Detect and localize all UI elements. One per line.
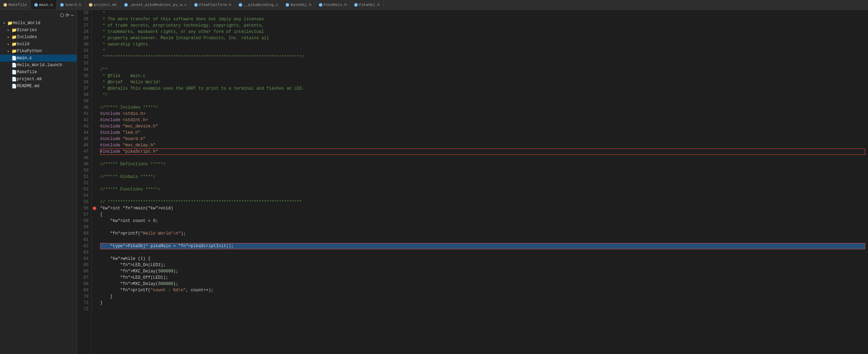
sidebar-item-binaries[interactable]: ▸ 📁 Binaries <box>0 27 77 34</box>
line-number: 35 <box>80 73 89 79</box>
code-line: "kw">while (1) { <box>100 256 865 262</box>
sync-icon[interactable]: ⟳ <box>65 13 70 18</box>
line-number: 41 <box>80 111 89 117</box>
tab-makefile[interactable]: Makefile <box>0 0 31 10</box>
breakpoint-slot <box>92 282 97 289</box>
tab---pikabinding-c[interactable]: __pikaBinding.c <box>235 0 282 10</box>
code-line: * @details This example uses the UART to… <box>100 85 865 92</box>
sidebar-item-hello-world[interactable]: ▾ 📁 Hello_World <box>0 20 77 27</box>
code-line: //***** Functions *****/ <box>100 186 865 193</box>
breakpoint-col <box>92 10 97 354</box>
code-line: #include <stdint.h> <box>100 117 865 123</box>
line-number: 54 <box>80 193 89 199</box>
breakpoint-slot <box>92 98 97 104</box>
code-line: * trademarks, maskwork rights, or any ot… <box>100 29 865 35</box>
sidebar-item-includes[interactable]: ▸ 📁 Includes <box>0 34 77 41</box>
tab-pikaobj-h[interactable]: PikaObj.h <box>351 0 384 10</box>
code-line: * property whatsoever. Maxim Integrated … <box>100 35 865 41</box>
sidebar-item-build[interactable]: ▸ 📁 build <box>0 41 77 48</box>
tab-label: project.mk <box>94 3 117 7</box>
tab-icon <box>194 3 198 7</box>
tab-main-c[interactable]: main.c <box>31 0 57 10</box>
file-icon: 📁 <box>11 35 17 40</box>
sidebar-item-readme-md[interactable]: 📄 README.md <box>0 83 77 90</box>
line-number: 71 <box>80 300 89 306</box>
breakpoint-slot <box>92 16 97 22</box>
breakpoint-slot <box>92 251 97 257</box>
tab-icon <box>4 3 7 7</box>
line-number: 65 <box>80 262 89 268</box>
breakpoint-slot <box>92 10 97 16</box>
tab-project-mk[interactable]: project.mk <box>85 0 121 10</box>
code-line: * The mere transfer of this software doe… <box>100 16 865 22</box>
more-icon[interactable]: ⋯ <box>71 13 74 18</box>
sidebar-item-project-mk[interactable]: 📄 project.mk <box>0 76 77 83</box>
sidebar-item-pikapython[interactable]: ▸ 📁 PikaPython <box>0 48 77 55</box>
file-icon: 📄 <box>11 84 17 89</box>
tab-pikamain-h[interactable]: PikaMain.h <box>315 0 351 10</box>
code-line: * @brief Hello World! <box>100 79 865 85</box>
breakpoint-slot <box>92 155 97 161</box>
code-line: "fn">LED_On(LED1); <box>100 262 865 268</box>
code-lines: * * The mere transfer of this software d… <box>97 10 868 354</box>
breakpoint-slot <box>92 161 97 167</box>
breakpoint-slot <box>92 232 97 238</box>
sidebar-item-label: build <box>17 42 77 47</box>
sidebar-item-label: Hello_World <box>13 21 77 26</box>
code-line: "fn">printf("count : %d\n", count++); <box>100 287 865 293</box>
code-line: "fn">MXC_Delay(500000); <box>100 268 865 275</box>
sidebar-item-hello-world-launch[interactable]: 📄 Hello_World.launch <box>0 62 77 69</box>
line-number: 46 <box>80 142 89 148</box>
breakpoint-slot <box>92 85 97 92</box>
file-icon: 📁 <box>11 28 17 33</box>
line-number: 38 <box>80 92 89 98</box>
line-numbers: 2526272829303132333435363738394041424344… <box>77 10 92 354</box>
breakpoint-slot <box>92 301 97 307</box>
code-line <box>100 249 865 256</box>
tab-baseobj-h[interactable]: BaseObj.h <box>282 0 315 10</box>
tab-label: _asset_pikaModules_py_a.c <box>129 3 187 7</box>
line-number: 69 <box>80 287 89 293</box>
line-number: 58 <box>80 218 89 224</box>
breakpoint-slot <box>92 29 97 35</box>
code-line <box>100 60 865 67</box>
code-line <box>100 224 865 230</box>
line-number: 34 <box>80 67 89 73</box>
sidebar-item-makefile[interactable]: 📄 Makefile <box>0 69 77 76</box>
breakpoint-slot <box>92 22 97 29</box>
breakpoint-slot <box>92 130 97 136</box>
breakpoint-slot <box>92 142 97 148</box>
line-number: 64 <box>80 256 89 262</box>
line-number: 36 <box>80 79 89 85</box>
line-number: 68 <box>80 281 89 287</box>
breakpoint-slot <box>92 307 97 314</box>
tab-label: PikaPlatform.h <box>199 3 231 7</box>
tab-label: Makefile <box>8 3 27 7</box>
line-number: 50 <box>80 167 89 174</box>
code-line: * of trade secrets, proprietary technolo… <box>100 22 865 29</box>
folder-icon: 📁 <box>7 21 13 26</box>
line-number: 70 <box>80 293 89 300</box>
sidebar-header: ⬡ ⟳ ⋯ <box>0 11 77 20</box>
tab--asset-pikamodules-py-a-c[interactable]: _asset_pikaModules_py_a.c <box>121 0 191 10</box>
line-number: 57 <box>80 211 89 218</box>
sidebar-item-label: README.md <box>17 84 77 89</box>
collapse-icon[interactable]: ⬡ <box>60 13 64 18</box>
code-line: } <box>100 300 865 306</box>
tab-icon <box>354 3 358 7</box>
breakpoint-slot <box>92 60 97 67</box>
code-line: "kw">int "fn">main("kw">void) <box>100 205 865 211</box>
code-container[interactable]: 2526272829303132333435363738394041424344… <box>77 10 868 354</box>
breakpoint-slot <box>92 257 97 263</box>
tab-board-h[interactable]: board.h <box>57 0 85 10</box>
breakpoint-slot <box>92 67 97 73</box>
code-line: "kw">int count = 0; <box>100 218 865 224</box>
breakpoint-slot <box>92 289 97 295</box>
sidebar-item-main-c[interactable]: 📄 main.c <box>0 55 77 62</box>
line-number: 43 <box>80 123 89 130</box>
breakpoint-slot <box>92 79 97 85</box>
tab-pikaplatform-h[interactable]: PikaPlatform.h <box>191 0 235 10</box>
tab-icon <box>60 3 64 7</box>
breakpoint-slot <box>92 244 97 251</box>
code-line: * @file main.c <box>100 73 865 79</box>
